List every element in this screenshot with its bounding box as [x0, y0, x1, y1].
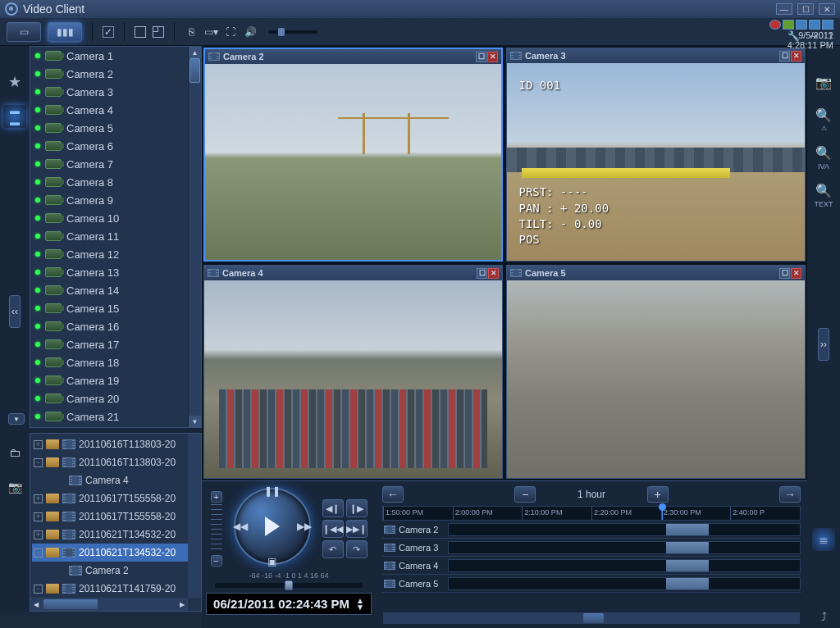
close-pane-button[interactable]: ✕	[487, 52, 498, 62]
scroll-down-button[interactable]: ▼	[189, 416, 201, 427]
maximize-button[interactable]: ☐	[797, 3, 814, 15]
expand-toggle[interactable]: +	[34, 512, 43, 521]
expand-toggle[interactable]: -	[34, 458, 43, 467]
recording-folder[interactable]: +20110617T155558-20	[32, 489, 199, 507]
jog-wheel[interactable]: ❚❚ ◀◀ ▶▶ ▣	[227, 481, 317, 571]
rewind-button[interactable]: ◀◀	[232, 518, 249, 535]
layout-1-button[interactable]	[135, 26, 146, 38]
camera-list-item[interactable]: Camera 12	[30, 245, 201, 263]
window-layout-button[interactable]: ▭▾	[204, 25, 217, 39]
camera-list-item[interactable]: Camera 18	[30, 353, 201, 371]
video-pane[interactable]: Camera 3☐✕ID 001PRST: ----PAN : + 20.00T…	[506, 48, 806, 262]
close-pane-button[interactable]: ✕	[791, 268, 801, 279]
zoom-out-button[interactable]: −	[514, 486, 536, 503]
panel-toggle-button[interactable]: ▼	[8, 413, 25, 425]
step-back-button[interactable]: ◀❙	[322, 499, 344, 517]
speed-down-button[interactable]: −	[211, 555, 222, 567]
live-mode-button[interactable]: ▭	[7, 22, 41, 42]
maximize-pane-button[interactable]: ☐	[477, 268, 487, 279]
recording-folder[interactable]: +20110617T155558-20	[32, 507, 199, 526]
camera-list-item[interactable]: Camera 14	[30, 281, 201, 299]
timeline-scrollbar[interactable]	[382, 612, 801, 625]
redo-button[interactable]: ↷	[346, 540, 368, 558]
play-button[interactable]	[265, 517, 280, 536]
camera-list-item[interactable]: Camera 7	[30, 155, 201, 173]
export-button[interactable]: ▣	[264, 553, 281, 570]
camera-list-item[interactable]: Camera 11	[30, 227, 201, 245]
favorites-tab[interactable]: ★	[3, 71, 26, 93]
timeline-clip[interactable]	[666, 578, 708, 589]
iva-tool[interactable]: 🔍IVA	[812, 146, 835, 169]
timeline-toggle-button[interactable]: ≣	[812, 528, 835, 551]
camera-list-item[interactable]: Camera 16	[30, 317, 201, 335]
scroll-thumb[interactable]	[189, 58, 200, 83]
pause-button[interactable]: ❚❚	[264, 483, 281, 499]
camera-list-item[interactable]: Camera 19	[30, 371, 201, 389]
camera-list-item[interactable]: Camera 2	[30, 65, 201, 83]
timeline-clip[interactable]	[666, 524, 708, 535]
camera-list-item[interactable]: Camera 6	[30, 137, 201, 155]
playback-mode-button[interactable]: ▮▮▮	[48, 22, 82, 42]
video-body[interactable]	[205, 64, 501, 260]
zoom-in-button[interactable]: +	[647, 486, 669, 503]
audio-button[interactable]: 🔊	[244, 25, 257, 39]
video-body[interactable]	[204, 280, 502, 478]
camera-list-item[interactable]: Camera 10	[30, 209, 201, 227]
help-button[interactable]: ?	[828, 30, 833, 42]
tree-vscrollbar[interactable]	[188, 434, 201, 598]
timeline-track[interactable]	[448, 541, 801, 554]
camera-list-item[interactable]: Camera 20	[30, 389, 201, 407]
sequence-button[interactable]: ⎘	[185, 25, 198, 39]
camera-list-item[interactable]: Camera 1	[30, 47, 201, 65]
recording-clip[interactable]: Camera 4	[32, 471, 199, 489]
volume-slider[interactable]	[268, 30, 317, 34]
skip-start-button[interactable]: ❙◀◀	[322, 520, 344, 538]
step-fwd-button[interactable]: ❙▶	[346, 499, 368, 517]
checkbox-icon[interactable]: ✓	[103, 26, 114, 38]
timeline-ruler[interactable]: 1:50:00 PM2:00:00 PM2:10:00 PM2:20:00 PM…	[382, 506, 801, 521]
maximize-pane-button[interactable]: ☐	[779, 51, 790, 61]
fullscreen-button[interactable]: ⛶	[224, 25, 237, 39]
expand-toggle[interactable]: -	[34, 548, 43, 557]
camera-list-item[interactable]: Camera 9	[30, 191, 201, 209]
speed-up-button[interactable]: +	[211, 491, 222, 503]
expand-toggle[interactable]: +	[34, 494, 43, 503]
recording-folder[interactable]: +20110621T134532-20	[32, 526, 199, 544]
snapshot-tool[interactable]: 📷	[812, 71, 835, 93]
expand-toggle[interactable]: +	[34, 530, 43, 539]
timeline-track[interactable]	[448, 577, 801, 590]
timeline-prev-button[interactable]: ←	[382, 486, 404, 503]
camera-list-item[interactable]: Camera 8	[30, 173, 201, 191]
timestamp-stepper[interactable]: ▲▼	[356, 598, 364, 611]
maximize-pane-button[interactable]: ☐	[779, 268, 790, 279]
timeline-clip[interactable]	[666, 560, 708, 571]
recording-folder[interactable]: -20110616T113803-20	[32, 453, 199, 471]
recording-clip[interactable]: Camera 2	[32, 562, 199, 580]
layout-4-button[interactable]	[153, 26, 164, 38]
camera-list-item[interactable]: Camera 3	[30, 83, 201, 101]
video-body[interactable]: ID 001PRST: ----PAN : + 20.00TILT: - 0.0…	[507, 63, 805, 261]
export-tool-button[interactable]: ⤴	[812, 605, 835, 628]
timeline-clip[interactable]	[666, 542, 708, 553]
timeline-next-button[interactable]: →	[779, 486, 801, 503]
logout-button[interactable]: ⇥	[810, 30, 818, 42]
close-button[interactable]: ✕	[819, 3, 835, 15]
skip-end-button[interactable]: ▶▶❙	[346, 520, 368, 538]
camera-list-item[interactable]: Camera 15	[30, 299, 201, 317]
video-pane[interactable]: Camera 4☐✕	[203, 265, 503, 479]
timeline-scroll-thumb[interactable]	[583, 613, 604, 623]
recording-folder[interactable]: +20110616T113803-20	[32, 435, 199, 453]
snapshots-tab[interactable]: 📷	[3, 476, 26, 498]
exports-tab[interactable]: 🗀	[3, 441, 26, 464]
settings-button[interactable]: 🔧	[788, 30, 800, 42]
timeline-track[interactable]	[448, 523, 801, 536]
camera-list-item[interactable]: Camera 17	[30, 335, 201, 353]
scroll-up-button[interactable]: ▲	[189, 47, 201, 58]
close-pane-button[interactable]: ✕	[791, 51, 801, 61]
video-pane[interactable]: Camera 2☐✕	[203, 48, 503, 262]
camera-list-item[interactable]: Camera 5	[30, 119, 201, 137]
recording-folder[interactable]: -20110621T134532-20	[32, 544, 199, 562]
collapse-left-button[interactable]: ‹‹	[9, 295, 21, 328]
tree-hscrollbar[interactable]: ◀ ▶	[30, 598, 188, 611]
close-pane-button[interactable]: ✕	[488, 268, 499, 279]
